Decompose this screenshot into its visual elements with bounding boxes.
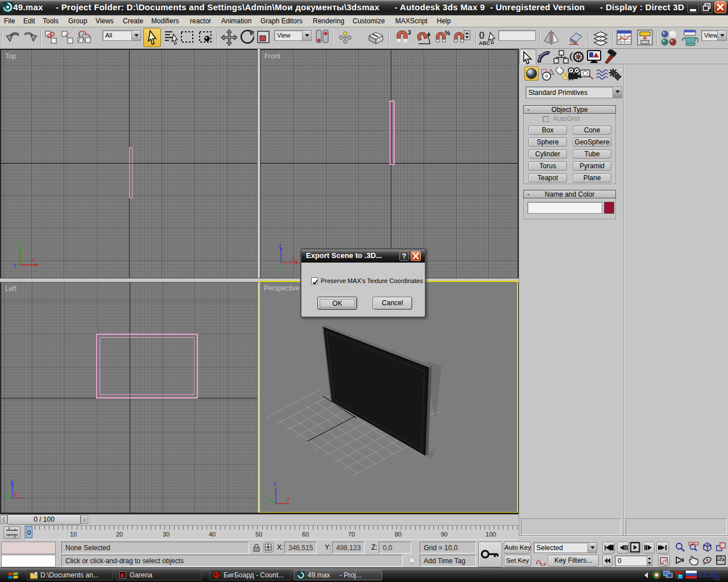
- svg-text:z: z: [274, 480, 276, 487]
- svg-text:z: z: [279, 243, 282, 249]
- svg-text:z: z: [10, 479, 13, 484]
- svg-text:z: z: [14, 262, 16, 268]
- svg-text:y: y: [5, 491, 7, 497]
- svg-text:y: y: [18, 242, 21, 247]
- svg-text:x: x: [292, 255, 295, 261]
- svg-text:ABC: ABC: [479, 40, 490, 46]
- svg-text:x: x: [32, 256, 35, 263]
- svg-text:y: y: [263, 492, 266, 498]
- svg-text:x: x: [287, 496, 289, 502]
- svg-text:3: 3: [408, 30, 411, 36]
- svg-text:y: y: [276, 263, 279, 269]
- svg-text:x: x: [14, 491, 17, 497]
- svg-text:%: %: [445, 30, 450, 36]
- svg-text:{}: {}: [479, 30, 485, 39]
